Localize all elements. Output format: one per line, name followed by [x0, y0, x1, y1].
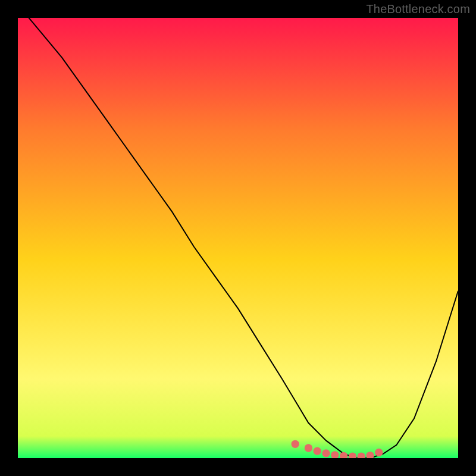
highlight-marker [366, 452, 374, 458]
highlight-marker [331, 451, 339, 458]
highlight-marker [314, 447, 321, 455]
watermark-text: TheBottleneck.com [366, 2, 470, 16]
plot-area [18, 18, 458, 458]
chart-canvas: TheBottleneck.com [0, 0, 476, 476]
highlight-marker [292, 440, 299, 448]
highlight-marker [349, 452, 356, 458]
highlight-marker [305, 444, 312, 452]
highlight-marker [322, 449, 330, 457]
highlight-marker [340, 452, 347, 458]
bottleneck-curve [18, 18, 458, 458]
curve-layer [18, 18, 458, 458]
highlight-marker [375, 449, 383, 456]
highlight-marker [358, 452, 365, 458]
